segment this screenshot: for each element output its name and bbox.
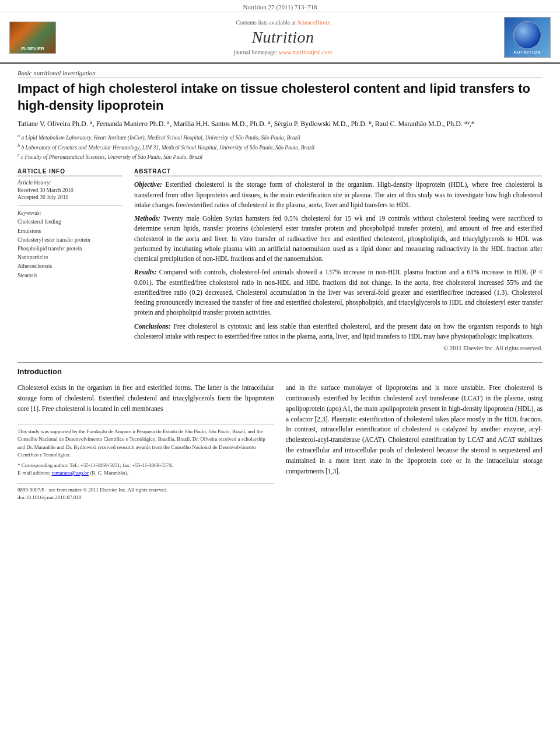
abstract-body: Objective: Esterified cholesterol is the… (134, 180, 542, 341)
conclusions-text: Free cholesterol is cytotoxic and less s… (134, 323, 542, 340)
homepage-prefix: journal homepage: (234, 49, 278, 55)
info-abstract-columns: ARTICLE INFO Article history: Received 3… (18, 168, 542, 351)
keyword-3: Cholesteryl ester transfer protein (18, 236, 123, 245)
intro-paragraph-2: and in the surface monolayer of lipoprot… (286, 383, 542, 476)
article-content: Basic nutritional investigation Impact o… (0, 64, 560, 514)
doi-text: doi:10.1016/j.nut.2010.07.018 (18, 494, 274, 502)
introduction-title: Introduction (18, 367, 542, 376)
results-label: Results: (134, 269, 156, 276)
objective-paragraph: Objective: Esterified cholesterol is the… (134, 180, 542, 210)
introduction-section: Introduction Cholesterol exists in the o… (18, 362, 542, 501)
keyword-6: Atherosclerosis (18, 262, 123, 271)
intro-paragraph-1: Cholesterol exists in the organism in fr… (18, 383, 274, 414)
authors: Tatiane V. Oliveira Ph.D. ᵃ, Fernanda Ma… (18, 118, 542, 129)
results-text: Compared with controls, cholesterol-fed … (134, 269, 542, 316)
sciencedirect-line: Contents lists available at ScienceDirec… (68, 19, 498, 26)
issn-text: 0899-9007/$ - see front matter © 2011 El… (18, 486, 274, 494)
keyword-2: Emulsions (18, 227, 123, 236)
journal-name: Nutrition (68, 28, 498, 47)
objective-text: Esterified cholesterol is the storage fo… (134, 181, 542, 208)
article-info-title: ARTICLE INFO (18, 168, 123, 176)
results-paragraph: Results: Compared with controls, cholest… (134, 267, 542, 318)
globe-icon (513, 21, 541, 49)
email-link[interactable]: ramarans@usp.br (51, 470, 89, 476)
keywords-label: Keywords: (18, 210, 123, 216)
conclusions-paragraph: Conclusions: Free cholesterol is cytotox… (134, 322, 542, 342)
body-columns: Cholesterol exists in the organism in fr… (18, 383, 542, 501)
citation-bar: Nutrition 27 (2011) 713–718 (0, 0, 560, 12)
keyword-4: Phospholipid transfer protein (18, 245, 123, 253)
history-label: Article history: (18, 180, 123, 186)
affiliation-b: b b Laboratory of Genetics and Molecular… (18, 142, 542, 152)
keyword-1: Cholesterol feeding (18, 218, 123, 226)
elsevier-brand: ELSEVIER (21, 46, 44, 51)
journal-homepage: journal homepage: www.nutritionjrnl.com (68, 49, 498, 55)
accepted-date: Accepted 30 July 2010 (18, 194, 123, 200)
section-label: Basic nutritional investigation (18, 69, 542, 78)
left-column: ARTICLE INFO Article history: Received 3… (18, 168, 123, 351)
keyword-5: Nanoparticles (18, 253, 123, 262)
methods-text: Twenty male Golden Syrian hamsters fed 0… (134, 215, 542, 262)
methods-label: Methods: (134, 215, 160, 222)
nutrition-label: NUTRITION (513, 50, 541, 54)
journal-header: ELSEVIER Contents lists available at Sci… (0, 12, 560, 64)
received-date: Received 30 March 2010 (18, 187, 123, 193)
keywords-list: Cholesterol feeding Emulsions Cholestery… (18, 218, 123, 280)
divider (18, 205, 123, 205)
email-suffix: (R. C. Maranhão). (90, 470, 128, 476)
email-footnote: E-mail address: ramarans@usp.br (R. C. M… (18, 469, 274, 477)
body-left: Cholesterol exists in the organism in fr… (18, 383, 274, 501)
homepage-link[interactable]: www.nutritionjrnl.com (279, 49, 332, 55)
copyright-text: © 2011 Elsevier Inc. All rights reserved… (134, 345, 542, 351)
article-title: Impact of high cholesterol intake on tis… (18, 81, 542, 114)
elsevier-logo: ELSEVIER (9, 22, 62, 54)
objective-label: Objective: (134, 181, 162, 188)
corresponding-text: * Corresponding author. Tel.: +55-11-306… (18, 462, 173, 468)
email-label: E-mail address: (18, 470, 50, 476)
journal-center: Contents lists available at ScienceDirec… (62, 17, 504, 58)
author-list: Tatiane V. Oliveira Ph.D. ᵃ, Fernanda Ma… (18, 120, 475, 128)
affiliation-a: a a Lipid Metabolism Laboratory, Heart I… (18, 133, 542, 142)
issn-doi-area: 0899-9007/$ - see front matter © 2011 El… (18, 483, 274, 502)
keyword-7: Steatosis (18, 271, 123, 280)
affiliations: a a Lipid Metabolism Laboratory, Heart I… (18, 133, 542, 161)
citation-text: Nutrition 27 (2011) 713–718 (243, 4, 317, 11)
body-right: and in the surface monolayer of lipoprot… (286, 383, 542, 501)
abstract-title: ABSTRACT (134, 168, 542, 176)
elsevier-image: ELSEVIER (9, 22, 56, 54)
affiliation-c: c c Faculty of Pharmaceutical Sciences, … (18, 152, 542, 161)
nutrition-logo: NUTRITION (504, 17, 551, 58)
support-footnote: This study was supported by the Fundação… (18, 428, 274, 459)
right-column: ABSTRACT Objective: Esterified cholester… (134, 168, 542, 351)
sciencedirect-prefix: Contents lists available at (236, 19, 295, 26)
page: Nutrition 27 (2011) 713–718 ELSEVIER Con… (0, 0, 560, 753)
conclusions-label: Conclusions: (134, 323, 171, 330)
footnote-area: This study was supported by the Fundação… (18, 424, 274, 477)
corresponding-footnote: * Corresponding author. Tel.: +55-11-306… (18, 462, 274, 470)
methods-paragraph: Methods: Twenty male Golden Syrian hamst… (134, 214, 542, 264)
sciencedirect-link[interactable]: ScienceDirect (297, 19, 330, 26)
